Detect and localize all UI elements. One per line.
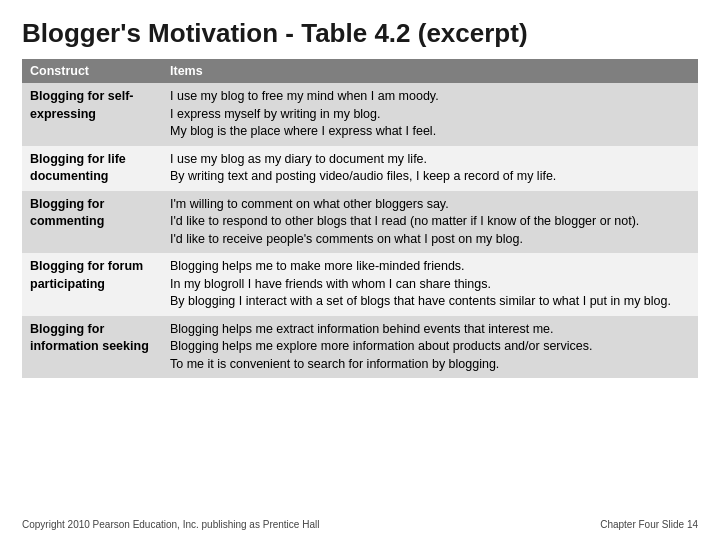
table-row: Blogging for forum participatingBlogging… <box>22 253 698 316</box>
motivation-table: Construct Items Blogging for self-expres… <box>22 59 698 378</box>
construct-cell: Blogging for information seeking <box>22 316 162 379</box>
construct-cell: Blogging for life documenting <box>22 146 162 191</box>
table-row: Blogging for commentingI'm willing to co… <box>22 191 698 254</box>
header-items: Items <box>162 59 698 83</box>
table-row: Blogging for life documentingI use my bl… <box>22 146 698 191</box>
table-row: Blogging for self-expressingI use my blo… <box>22 83 698 146</box>
items-cell: Blogging helps me to make more like-mind… <box>162 253 698 316</box>
copyright-text: Copyright 2010 Pearson Education, Inc. p… <box>22 519 319 530</box>
items-cell: I'm willing to comment on what other blo… <box>162 191 698 254</box>
construct-cell: Blogging for self-expressing <box>22 83 162 146</box>
footer: Copyright 2010 Pearson Education, Inc. p… <box>22 513 698 530</box>
slide-number: Chapter Four Slide 14 <box>600 519 698 530</box>
slide-title: Blogger's Motivation - Table 4.2 (excerp… <box>22 18 698 49</box>
slide-container: Blogger's Motivation - Table 4.2 (excerp… <box>0 0 720 540</box>
construct-cell: Blogging for forum participating <box>22 253 162 316</box>
items-cell: I use my blog to free my mind when I am … <box>162 83 698 146</box>
table-wrapper: Construct Items Blogging for self-expres… <box>22 59 698 513</box>
table-row: Blogging for information seekingBlogging… <box>22 316 698 379</box>
header-construct: Construct <box>22 59 162 83</box>
items-cell: Blogging helps me extract information be… <box>162 316 698 379</box>
items-cell: I use my blog as my diary to document my… <box>162 146 698 191</box>
construct-cell: Blogging for commenting <box>22 191 162 254</box>
